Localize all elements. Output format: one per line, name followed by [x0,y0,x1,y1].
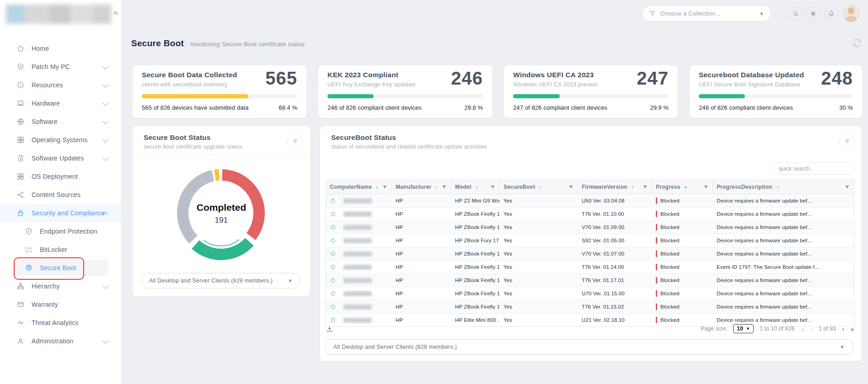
table-row[interactable]: HPHP ZBook Firefly 15...YesT76 Ver. 01.1… [326,300,854,314]
power-icon[interactable] [330,224,336,230]
sidebar-item-os-deployment[interactable]: OS Deployment [0,167,121,186]
filter-icon[interactable] [642,184,648,190]
table-row[interactable]: HPHP ZBook Firefly 16...YesV70 Ver. 01.0… [326,221,854,234]
column-header-progress[interactable]: Progress [652,180,713,194]
panel-settings-button[interactable] [839,134,855,149]
power-icon[interactable] [330,211,336,217]
filter-icon[interactable] [568,184,574,190]
secureboot-status-table-panel: SecureBoot Status status of secureboot a… [320,126,861,361]
sidebar-item-operating-systems[interactable]: Operating Systems [0,131,121,149]
table-row[interactable]: HPHP ZBook Firefly 15...YesT76 Ver. 01.1… [326,274,854,287]
sidebar-item-label: OS Deployment [32,173,78,180]
table-row[interactable]: HPHP ZBook Firefly 16...YesV70 Ver. 01.0… [326,247,854,261]
sidebar-item-endpoint-protection[interactable]: Endpoint Protection [0,222,121,240]
table-row[interactable]: HPHP ZBook Firefly 15...YesT76 Ver. 01.1… [326,261,854,274]
next-page-button[interactable]: › [842,325,844,332]
sidebar-item-label: Home [32,45,49,52]
column-header-progressdescription[interactable]: ProgressDescription [713,180,854,194]
sidebar-item-administration[interactable]: Administration [0,332,121,350]
sidebar-item-label: Resources [32,81,63,89]
bell-icon [828,10,835,17]
theme-toggle-button[interactable] [806,6,820,21]
column-header-firmwareversion[interactable]: FirmwareVersion [578,180,652,194]
pagination: Page size: 10 ▼ 1 to 10 of 826 « ‹ 1 of … [701,324,854,333]
donut-segment-completed[interactable] [192,238,254,260]
chevron-down-icon [102,64,108,69]
power-icon[interactable] [330,197,336,204]
cell-computername [340,261,392,273]
pulse-icon [16,319,25,327]
sidebar-item-patch-my-pc[interactable]: Patch My PC [0,58,121,76]
card-detail: 246 of 826 compliant client devices [327,104,422,111]
notifications-button[interactable] [824,6,839,21]
column-header-computername[interactable]: ComputerName [326,180,392,194]
sidebar-item-software-updates[interactable]: Software Updates [0,149,121,167]
sidebar-item-warranty[interactable]: Warranty [0,295,121,314]
page-title: Secure Boot [131,38,184,48]
column-label: SecureBoot [504,184,535,190]
download-icon[interactable] [326,325,333,333]
sidebar-item-security-and-compliance[interactable]: Security and Compliance [0,204,121,222]
collection-dropdown[interactable]: All Desktop and Server Clients (828 memb… [141,273,300,288]
column-header-manufacturer[interactable]: Manufacturer [392,180,451,194]
table-row[interactable]: HPHP ZBook Firefly 14...YesU70 Ver. 01.1… [326,287,854,300]
cell-manufacturer: HP [392,261,451,273]
power-icon[interactable] [330,264,336,270]
collection-select[interactable]: Choose a Collection... ▼ [642,5,771,21]
power-icon[interactable] [330,277,336,283]
filter-icon[interactable] [703,184,709,190]
secure-boot-donut-chart[interactable] [161,154,280,272]
quick-search-input[interactable] [772,162,854,175]
chevron-down-icon [102,118,108,124]
redacted-computer-name [343,318,372,323]
sidebar-collapse-button[interactable]: « [113,7,118,17]
cell-firmwareversion: U70 Ver. 01.15.00 [578,287,652,300]
filter-icon[interactable] [382,184,388,190]
last-page-button[interactable]: » [850,325,854,332]
collection-dropdown-value: All Desktop and Server Clients (828 memb… [149,277,273,284]
filter-icon[interactable] [441,184,447,190]
cell-manufacturer: HP [392,194,451,207]
sidebar-item-home[interactable]: Home [0,39,121,58]
filter-icon[interactable] [844,184,850,190]
cell-model: HP ZBook Firefly 15... [451,208,500,220]
power-icon[interactable] [330,290,336,297]
sidebar-item-hardware[interactable]: Hardware [0,94,121,112]
refresh-icon[interactable] [852,37,863,48]
cell-firmwareversion: U50 Ver. 03.04.08 [578,194,652,207]
filter-icon[interactable] [490,184,496,190]
cell-computername [340,194,392,207]
sidebar-item-threat-analytics[interactable]: Threat Analytics [0,314,121,332]
collection-dropdown[interactable]: All Desktop and Server Clients (828 memb… [326,339,852,355]
column-header-model[interactable]: Model [451,180,500,194]
user-avatar[interactable] [842,5,860,22]
sidebar-item-resources[interactable]: Resources [0,76,121,94]
chevron-down-icon [102,137,108,143]
sidebar-item-software[interactable]: Software [0,112,121,131]
redacted-computer-name [343,278,372,283]
power-icon[interactable] [330,317,336,323]
power-icon[interactable] [330,304,336,310]
table-row[interactable]: HPHP ZBook Fury 17 ...YesS92 Ver. 01.05.… [326,234,854,247]
search-button[interactable] [788,6,803,21]
sidebar-item-content-sources[interactable]: Content Sources [0,186,121,204]
sidebar-item-hierarchy[interactable]: Hierarchy [0,277,121,295]
sidebar-item-secure-boot[interactable]: Secure Boot [0,259,121,277]
svg-text:0110: 0110 [26,250,32,253]
donut-segment-other[interactable] [214,169,220,181]
cell-manufacturer: HP [392,287,451,300]
prev-page-button[interactable]: ‹ [810,325,813,332]
power-icon[interactable] [330,237,336,244]
page-size-select[interactable]: 10 ▼ [733,324,754,333]
table-row[interactable]: HPHP Z2 Mini G9 Wor...YesU50 Ver. 03.04.… [326,194,854,208]
blocked-status-bar [656,264,657,270]
table-row[interactable]: HPHP ZBook Firefly 15...YesT76 Ver. 01.1… [326,208,854,221]
card-detail: 565 of 826 devices have submitted data [142,104,249,111]
column-header-secureboot[interactable]: SecureBoot [500,180,578,194]
first-page-button[interactable]: « [800,325,804,332]
sidebar-item-label: Threat Analytics [32,319,79,326]
cell-manufacturer: HP [392,221,451,234]
sidebar-item-bitlocker[interactable]: 01010110BitLocker [0,240,121,259]
power-icon[interactable] [330,251,336,257]
panel-settings-button[interactable] [287,134,303,149]
